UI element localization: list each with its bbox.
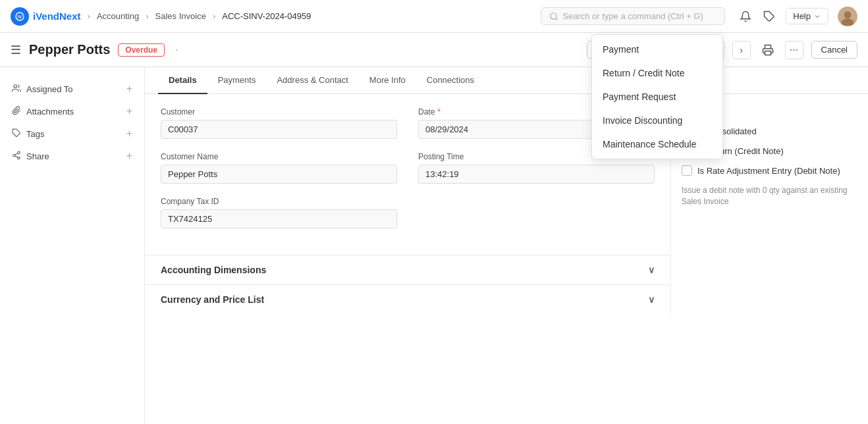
topnav-icons: Help [738,7,857,26]
more-options-button[interactable]: ··· [785,41,803,59]
is-rate-adj-label: Is Rate Adjustment Entry (Debit Note) [697,166,840,176]
tab-connections[interactable]: Connections [416,67,485,94]
sidebar: Assigned To + Attachments + Tags + [0,67,145,424]
accounting-dimensions-label: Accounting Dimensions [161,265,266,275]
svg-text:iV: iV [18,14,22,18]
attachments-add[interactable]: + [126,105,132,117]
app-name: iVendNext [33,11,81,22]
sidebar-item-tags[interactable]: Tags + [0,122,144,145]
main-content: Details Payments Address & Contact More … [145,67,868,424]
svg-line-13 [15,155,18,157]
form-row-3: Company Tax ID [161,197,655,228]
accounting-dimensions-chevron: ∨ [648,265,655,275]
assigned-to-label: Assigned To [26,84,73,94]
posting-time-input[interactable] [418,165,655,184]
svg-point-12 [18,157,20,159]
search-placeholder: Search or type a command (Ctrl + G) [562,11,703,21]
cancel-button[interactable]: Cancel [811,41,857,59]
tags-label: Tags [26,129,44,139]
assigned-to-icon [12,84,21,95]
tab-bar: Details Payments Address & Contact More … [145,67,868,94]
breadcrumb-sales-invoice[interactable]: Sales Invoice [155,11,206,21]
sidebar-item-attachments[interactable]: Attachments + [0,100,144,122]
accounting-dimensions-section[interactable]: Accounting Dimensions ∨ [145,255,670,284]
main-layout: Assigned To + Attachments + Tags + [0,67,868,424]
currency-price-list-chevron: ∨ [648,294,655,305]
header-dot: · [175,43,178,57]
status-badge: Overdue [118,43,165,57]
svg-point-8 [14,84,17,88]
tab-payments[interactable]: Payments [207,67,267,94]
currency-price-list-label: Currency and Price List [161,294,264,305]
help-label: Help [793,11,811,21]
form-row-2: Customer Name Posting Time [161,152,655,184]
sidebar-item-share[interactable]: Share + [0,145,144,167]
help-button[interactable]: Help [786,8,828,24]
svg-point-11 [13,154,16,157]
page-title: Pepper Potts [29,42,110,57]
customer-name-label: Customer Name [161,152,397,161]
tags-icon [12,128,21,140]
dropdown-item-return-credit[interactable]: Return / Credit Note [592,61,722,85]
print-button[interactable] [759,41,777,59]
share-label: Share [26,151,49,161]
breadcrumb-invoice-id[interactable]: ACC-SINV-2024-04959 [222,11,311,21]
customer-group: Customer [161,107,397,139]
svg-point-10 [18,151,20,154]
breadcrumb-sep-1: › [88,11,90,21]
dropdown-item-maintenance-schedule[interactable]: Maintenance Schedule [592,132,722,156]
share-icon [12,151,21,162]
notification-icon[interactable] [738,9,753,24]
required-star: * [437,107,441,117]
company-tax-id-input[interactable] [161,209,397,228]
tag-icon[interactable] [762,9,776,24]
currency-price-list-section[interactable]: Currency and Price List ∨ [145,284,670,314]
debit-note-desc: Issue a debit note with 0 qty against an… [682,185,857,207]
breadcrumb-accounting[interactable]: Accounting [97,11,139,21]
dropdown-item-payment[interactable]: Payment [592,38,722,61]
customer-label: Customer [161,107,397,117]
user-avatar[interactable] [838,7,857,26]
assigned-to-add[interactable]: + [126,83,132,95]
breadcrumb-sep-3: › [213,11,215,21]
attachments-label: Attachments [26,107,74,117]
search-bar[interactable]: Search or type a command (Ctrl + G) [541,7,725,25]
tab-details[interactable]: Details [158,67,207,94]
tags-add[interactable]: + [126,128,132,140]
is-rate-adj-row: Is Rate Adjustment Entry (Debit Note) [682,165,857,176]
main-inner: Details Payments Address & Contact More … [145,67,868,424]
svg-rect-7 [765,51,771,55]
is-rate-adj-checkbox[interactable] [682,165,692,176]
customer-name-group: Customer Name [161,152,397,184]
next-button[interactable]: › [732,41,751,59]
breadcrumb-sep-2: › [146,11,148,21]
page-header: ☰ Pepper Potts Overdue · View Create ‹ ›… [0,33,868,67]
create-dropdown-menu: Payment Return / Credit Note Payment Req… [591,34,723,159]
company-tax-id-label: Company Tax ID [161,197,397,206]
sidebar-item-assigned-to[interactable]: Assigned To + [0,78,144,100]
tab-more-info[interactable]: More Info [359,67,416,94]
dropdown-item-payment-request[interactable]: Payment Request [592,85,722,109]
logo-icon: iV [11,7,29,26]
share-add[interactable]: + [126,150,132,162]
company-tax-id-group: Company Tax ID [161,197,397,228]
customer-name-input[interactable] [161,165,397,184]
svg-line-14 [15,153,18,154]
svg-point-2 [551,13,556,18]
dropdown-item-invoice-discounting[interactable]: Invoice Discounting [592,109,722,132]
app-logo[interactable]: iV iVendNext [11,7,81,26]
tab-address-contact[interactable]: Address & Contact [266,67,358,94]
empty-group [418,197,655,228]
top-navigation: iV iVendNext › Accounting › Sales Invoic… [0,0,868,33]
svg-point-5 [844,11,852,18]
form-row-1: Customer Date * [161,107,655,139]
hamburger-menu[interactable]: ☰ [11,43,21,57]
attachments-icon [12,106,21,117]
customer-input[interactable] [161,120,397,139]
content-area: Customer Date * [145,94,868,314]
